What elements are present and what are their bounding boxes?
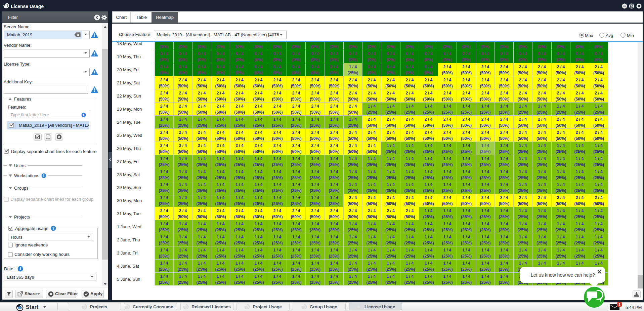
- svg-text:?: ?: [52, 226, 55, 230]
- svg-text:1: 1: [618, 303, 620, 306]
